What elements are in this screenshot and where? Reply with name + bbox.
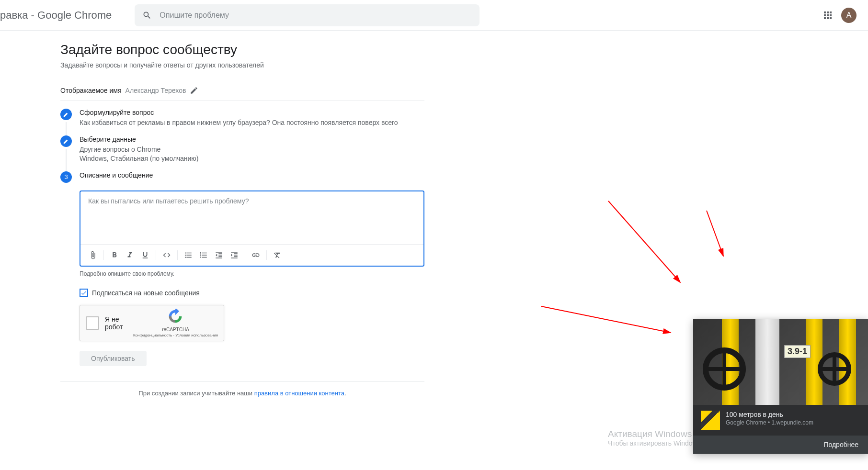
indent-increase-button[interactable]: [228, 248, 241, 262]
step-title: Сформулируйте вопрос: [80, 109, 424, 116]
header-title: равка - Google Chrome: [0, 9, 112, 22]
steps: Сформулируйте вопрос Как избавиться от р…: [60, 109, 424, 183]
header-right: А: [822, 8, 857, 23]
image-label: 3.9-1: [784, 345, 811, 358]
indent-decrease-icon: [215, 251, 223, 259]
attach-button[interactable]: [86, 248, 100, 262]
paperclip-icon: [89, 251, 97, 259]
step-2[interactable]: Выберите данные Другие вопросы о Chrome …: [60, 135, 424, 164]
clear-format-icon: [273, 251, 282, 259]
display-name-row: Отображаемое имя Александр Терехов: [60, 80, 424, 101]
code-button[interactable]: [160, 248, 173, 262]
apps-icon[interactable]: [822, 10, 834, 21]
toolbar-separator: [266, 250, 267, 260]
search-box[interactable]: [135, 4, 480, 26]
editor-wrap: Как вы пытались или пытаетесь решить про…: [80, 190, 424, 366]
footer-link[interactable]: правила в отношении контента: [254, 390, 344, 397]
toolbar-separator: [177, 250, 178, 260]
recaptcha: Я не робот reCAPTCHA Конфиденциальность …: [80, 305, 224, 341]
footer-suffix: .: [344, 390, 346, 397]
header: равка - Google Chrome А: [0, 0, 868, 31]
indent-increase-icon: [230, 251, 239, 259]
footer-note: При создании записи учитывайте наши прав…: [60, 381, 424, 404]
recaptcha-label: Я не робот: [105, 315, 133, 331]
step-desc: Как избавиться от рекламы в правом нижне…: [80, 118, 424, 128]
bold-button[interactable]: [108, 248, 121, 262]
number-list-button[interactable]: [197, 248, 210, 262]
display-name-value: Александр Терехов: [126, 87, 186, 94]
footer-prefix: При создании записи учитывайте наши: [138, 390, 254, 397]
recaptcha-icon: [168, 309, 183, 324]
notification-popup[interactable]: 3.9-1 100 метров в день Google Chrome • …: [693, 319, 868, 404]
subscribe-label: Подписаться на новые сообщения: [92, 289, 200, 297]
step-content: Выберите данные Другие вопросы о Chrome …: [80, 135, 424, 164]
search-icon: [142, 11, 152, 20]
step-title: Выберите данные: [80, 135, 424, 143]
number-list-icon: [199, 251, 208, 259]
step-3: 3 Описание и сообщение: [60, 171, 424, 183]
notification-image: 3.9-1: [693, 319, 868, 404]
step-1[interactable]: Сформулируйте вопрос Как избавиться от р…: [60, 109, 424, 128]
recaptcha-branding: reCAPTCHA Конфиденциальность - Условия и…: [133, 309, 218, 337]
step-badge-active: 3: [60, 171, 72, 183]
editor-textarea[interactable]: Как вы пытались или пытаетесь решить про…: [80, 191, 423, 244]
editor-hint: Подробно опишите свою проблему.: [80, 270, 424, 277]
recaptcha-checkbox[interactable]: [86, 316, 99, 330]
content: Задайте вопрос сообществу Задавайте вопр…: [22, 31, 424, 404]
toolbar-separator: [103, 250, 104, 260]
indent-decrease-button[interactable]: [212, 248, 226, 262]
step-badge-done: [60, 135, 72, 147]
page-subtitle: Задавайте вопросы и получайте ответы от …: [60, 61, 424, 69]
code-icon: [162, 251, 171, 259]
bullet-list-button[interactable]: [182, 248, 195, 262]
check-icon: [80, 290, 87, 296]
display-name-label: Отображаемое имя: [60, 87, 122, 94]
step-content: Сформулируйте вопрос Как избавиться от р…: [80, 109, 424, 128]
toolbar-separator: [156, 250, 156, 260]
editor: Как вы пытались или пытаетесь решить про…: [80, 190, 424, 267]
search-input[interactable]: [160, 11, 472, 20]
underline-icon: [141, 251, 149, 259]
publish-button[interactable]: Опубликовать: [80, 351, 147, 366]
edit-icon[interactable]: [190, 86, 198, 95]
subscribe-checkbox[interactable]: [80, 289, 88, 297]
underline-button[interactable]: [138, 248, 152, 262]
link-button[interactable]: [249, 248, 263, 262]
avatar[interactable]: А: [841, 8, 857, 23]
editor-toolbar: [80, 244, 423, 266]
clear-format-button[interactable]: [271, 248, 284, 262]
bold-icon: [110, 251, 119, 259]
page-title: Задайте вопрос сообществу: [60, 42, 424, 57]
step-title: Описание и сообщение: [80, 171, 424, 179]
italic-button[interactable]: [123, 248, 137, 262]
link-icon: [251, 251, 260, 259]
pencil-icon: [63, 111, 69, 118]
pencil-icon: [63, 138, 69, 145]
recaptcha-brand: reCAPTCHA: [133, 327, 218, 332]
toolbar-separator: [245, 250, 245, 260]
step-badge-done: [60, 109, 72, 120]
subscribe-row: Подписаться на новые сообщения: [80, 289, 424, 297]
recaptcha-terms: Конфиденциальность - Условия использован…: [133, 333, 218, 337]
step-content: Описание и сообщение: [80, 171, 424, 183]
italic-icon: [126, 251, 134, 259]
step-desc: Другие вопросы о Chrome Windows, Стабиль…: [80, 145, 424, 164]
bullet-list-icon: [184, 251, 193, 259]
